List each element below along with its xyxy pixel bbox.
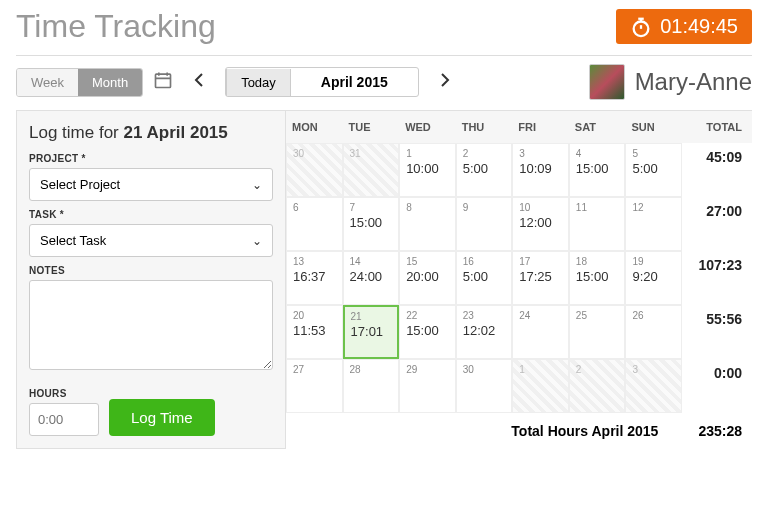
day-hours: 15:00 <box>350 215 393 230</box>
day-number: 22 <box>406 310 449 321</box>
calendar-day-cell[interactable]: 1717:25 <box>512 251 569 305</box>
calendar-header-cell: TOTAL <box>682 111 752 143</box>
calendar-day-cell[interactable]: 199:20 <box>625 251 682 305</box>
calendar-row: 3031110:0025:00310:09415:0055:0045:09 <box>286 143 752 197</box>
calendar-day-cell[interactable]: 30 <box>286 143 343 197</box>
log-time-form: Log time for 21 April 2015 PROJECT * Sel… <box>16 110 286 449</box>
calendar-day-cell[interactable]: 9 <box>456 197 513 251</box>
day-number: 24 <box>519 310 562 321</box>
view-month-button[interactable]: Month <box>78 69 142 96</box>
calendar-day-cell[interactable]: 1012:00 <box>512 197 569 251</box>
calendar-row: 2011:532117:012215:002312:0224252655:56 <box>286 305 752 359</box>
user-chip[interactable]: Mary-Anne <box>589 64 752 100</box>
timer-value: 01:49:45 <box>660 15 738 38</box>
day-hours: 20:00 <box>406 269 449 284</box>
calendar-header-cell: SAT <box>569 111 626 143</box>
chevron-left-icon <box>193 73 205 87</box>
row-total: 45:09 <box>682 143 752 197</box>
chevron-right-icon <box>439 73 451 87</box>
day-number: 23 <box>463 310 506 321</box>
next-button[interactable] <box>429 69 461 95</box>
calendar-day-cell[interactable]: 1316:37 <box>286 251 343 305</box>
day-hours: 17:25 <box>519 269 562 284</box>
calendar-day-cell[interactable]: 1815:00 <box>569 251 626 305</box>
calendar-header-cell: SUN <box>625 111 682 143</box>
calendar-body: 3031110:0025:00310:09415:0055:0045:09671… <box>286 143 752 413</box>
calendar-day-cell[interactable]: 2 <box>569 359 626 413</box>
day-number: 1 <box>406 148 449 159</box>
calendar-day-cell[interactable]: 715:00 <box>343 197 400 251</box>
day-number: 15 <box>406 256 449 267</box>
row-total: 55:56 <box>682 305 752 359</box>
day-number: 18 <box>576 256 619 267</box>
calendar-day-cell[interactable]: 25:00 <box>456 143 513 197</box>
calendar-day-cell[interactable]: 2117:01 <box>343 305 400 359</box>
day-hours: 24:00 <box>350 269 393 284</box>
project-label: PROJECT * <box>29 153 273 164</box>
project-select[interactable]: Select Project ⌄ <box>29 168 273 201</box>
calendar-day-cell[interactable]: 310:09 <box>512 143 569 197</box>
calendar-day-cell[interactable]: 1520:00 <box>399 251 456 305</box>
calendar-day-cell[interactable]: 3 <box>625 359 682 413</box>
view-segmented: Week Month <box>16 68 143 97</box>
calendar-header-cell: FRI <box>512 111 569 143</box>
day-number: 4 <box>576 148 619 159</box>
day-number: 17 <box>519 256 562 267</box>
calendar-day-cell[interactable]: 31 <box>343 143 400 197</box>
day-number: 14 <box>350 256 393 267</box>
day-number: 9 <box>463 202 506 213</box>
day-hours: 9:20 <box>632 269 675 284</box>
svg-rect-1 <box>156 74 171 87</box>
calendar-day-cell[interactable]: 165:00 <box>456 251 513 305</box>
day-number: 1 <box>519 364 562 375</box>
calendar-day-cell[interactable]: 11 <box>569 197 626 251</box>
prev-button[interactable] <box>183 69 215 95</box>
calendar-day-cell[interactable]: 6 <box>286 197 343 251</box>
calendar-day-cell[interactable]: 2215:00 <box>399 305 456 359</box>
calendar-day-cell[interactable]: 8 <box>399 197 456 251</box>
day-number: 30 <box>293 148 336 159</box>
calendar-header-cell: THU <box>456 111 513 143</box>
form-title: Log time for 21 April 2015 <box>29 123 273 143</box>
calendar-day-cell[interactable]: 25 <box>569 305 626 359</box>
row-total: 27:00 <box>682 197 752 251</box>
calendar-day-cell[interactable]: 1424:00 <box>343 251 400 305</box>
view-week-button[interactable]: Week <box>17 69 78 96</box>
day-hours: 10:00 <box>406 161 449 176</box>
page-header: Time Tracking 01:49:45 <box>16 8 752 56</box>
chevron-down-icon: ⌄ <box>252 178 262 192</box>
grand-total-row: Total Hours April 2015 235:28 <box>286 413 752 439</box>
calendar-day-cell[interactable]: 30 <box>456 359 513 413</box>
notes-label: NOTES <box>29 265 273 276</box>
calendar-day-cell[interactable]: 26 <box>625 305 682 359</box>
calendar-day-cell[interactable]: 27 <box>286 359 343 413</box>
calendar-day-cell[interactable]: 24 <box>512 305 569 359</box>
hours-label: HOURS <box>29 388 99 399</box>
day-number: 27 <box>293 364 336 375</box>
calendar-day-cell[interactable]: 2312:02 <box>456 305 513 359</box>
day-number: 30 <box>463 364 506 375</box>
today-button[interactable]: Today <box>226 69 291 96</box>
calendar-day-cell[interactable]: 29 <box>399 359 456 413</box>
calendar-day-cell[interactable]: 55:00 <box>625 143 682 197</box>
calendar-day-cell[interactable]: 2011:53 <box>286 305 343 359</box>
timer-badge[interactable]: 01:49:45 <box>616 9 752 44</box>
log-time-button[interactable]: Log Time <box>109 399 215 436</box>
task-select[interactable]: Select Task ⌄ <box>29 224 273 257</box>
notes-textarea[interactable] <box>29 280 273 370</box>
hours-input[interactable] <box>29 403 99 436</box>
calendar-day-cell[interactable]: 110:00 <box>399 143 456 197</box>
calendar-day-cell[interactable]: 28 <box>343 359 400 413</box>
calendar-day-cell[interactable]: 12 <box>625 197 682 251</box>
row-total: 107:23 <box>682 251 752 305</box>
day-number: 6 <box>293 202 336 213</box>
calendar-day-cell[interactable]: 1 <box>512 359 569 413</box>
calendar-day-cell[interactable]: 415:00 <box>569 143 626 197</box>
day-hours: 15:00 <box>576 161 619 176</box>
day-number: 2 <box>463 148 506 159</box>
day-number: 10 <box>519 202 562 213</box>
calendar-icon[interactable] <box>153 70 173 95</box>
day-hours: 10:09 <box>519 161 562 176</box>
day-number: 8 <box>406 202 449 213</box>
day-number: 3 <box>519 148 562 159</box>
